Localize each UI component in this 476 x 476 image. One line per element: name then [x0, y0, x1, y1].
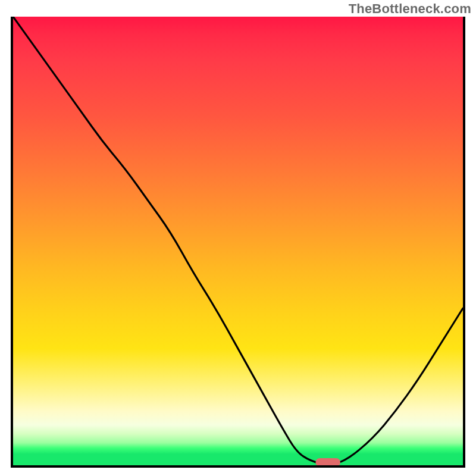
plot-svg: [13, 17, 463, 465]
plot-frame: [11, 17, 465, 468]
watermark-label: TheBottleneck.com: [349, 1, 471, 17]
chart-stage: TheBottleneck.com: [0, 0, 476, 476]
optimal-marker: [315, 458, 340, 466]
bottleneck-curve: [13, 17, 463, 464]
